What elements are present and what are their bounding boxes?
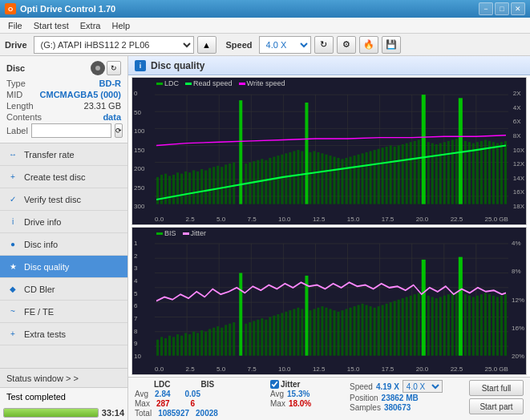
settings-button[interactable]: ⚙ xyxy=(337,36,356,54)
nav-transfer-rate[interactable]: ↔ Transfer rate xyxy=(0,143,127,166)
stats-headers: LDC BIS xyxy=(135,380,247,389)
disc-contents-key: Contents xyxy=(6,112,42,122)
refresh-button[interactable]: ↻ xyxy=(314,36,334,54)
nav-items: ↔ Transfer rate + Create test disc ✓ Ver… xyxy=(0,143,127,368)
svg-rect-96 xyxy=(476,142,479,204)
maximize-button[interactable]: □ xyxy=(495,2,509,15)
nav-drive-info-label: Drive info xyxy=(24,217,61,227)
disc-info-icon: ● xyxy=(6,238,19,251)
jitter-legend-label: Jitter xyxy=(191,229,207,237)
svg-rect-148 xyxy=(261,318,263,356)
svg-rect-136 xyxy=(208,329,211,355)
svg-rect-178 xyxy=(382,305,384,355)
svg-rect-167 xyxy=(338,312,340,356)
svg-rect-29 xyxy=(200,169,203,204)
legend-read-speed: Read speed xyxy=(185,79,233,87)
nav-disc-info[interactable]: ● Disc info xyxy=(0,233,127,256)
disc-quality-title: Disc quality xyxy=(151,60,204,71)
svg-rect-124 xyxy=(160,337,163,355)
save-button[interactable]: 💾 xyxy=(382,36,401,54)
svg-rect-132 xyxy=(192,332,195,356)
svg-rect-49 xyxy=(285,153,287,204)
svg-rect-61 xyxy=(334,157,336,204)
svg-rect-129 xyxy=(180,336,183,356)
legend-write-speed: Write speed xyxy=(239,79,285,87)
speed-select[interactable]: 4.0 X xyxy=(259,36,311,54)
minimize-button[interactable]: − xyxy=(479,2,493,15)
nav-disc-quality[interactable]: ★ Disc quality xyxy=(0,256,127,278)
svg-rect-181 xyxy=(394,301,396,356)
svg-rect-77 xyxy=(398,145,400,204)
disc-label-refresh[interactable]: ⟳ xyxy=(115,123,123,138)
menu-start-test[interactable]: Start test xyxy=(29,19,74,32)
status-window-label: Status window > > xyxy=(6,374,79,383)
svg-rect-32 xyxy=(212,167,215,204)
svg-rect-173 xyxy=(362,304,364,356)
svg-rect-189 xyxy=(427,296,430,356)
nav-drive-info[interactable]: i Drive info xyxy=(0,211,127,233)
position-label: Position xyxy=(350,394,378,402)
speed-dropdown[interactable]: 4.0 X xyxy=(403,380,443,393)
status-completed-text: Test completed xyxy=(6,392,66,402)
disc-quality-panel-icon: i xyxy=(135,60,146,71)
status-window-button[interactable]: Status window > > xyxy=(0,369,127,388)
speed-label: Speed xyxy=(226,40,253,50)
svg-rect-57 xyxy=(317,152,319,204)
svg-rect-50 xyxy=(289,152,291,204)
svg-rect-133 xyxy=(196,333,199,355)
svg-rect-197 xyxy=(455,292,458,356)
app-icon: O xyxy=(5,3,16,14)
avg-bis-val: 0.05 xyxy=(185,390,200,398)
nav-cd-bler[interactable]: ◆ CD Bler xyxy=(0,278,127,301)
progress-bar-container xyxy=(3,408,99,418)
start-part-button[interactable]: Start part xyxy=(469,398,524,414)
position-row: Position 23862 MB xyxy=(350,394,446,402)
disc-refresh-button[interactable]: ↻ xyxy=(107,61,121,75)
title-bar-left: O Opti Drive Control 1.70 xyxy=(5,3,115,14)
max-bis-val: 6 xyxy=(191,399,196,408)
nav-extra-tests[interactable]: + Extra tests xyxy=(0,323,127,345)
app-title: Opti Drive Control 1.70 xyxy=(20,4,115,14)
svg-rect-83 xyxy=(418,139,420,204)
svg-rect-75 xyxy=(390,145,392,204)
menu-file[interactable]: File xyxy=(3,19,27,32)
close-button[interactable]: ✕ xyxy=(511,2,525,15)
jitter-legend-dot xyxy=(183,232,189,235)
svg-rect-37 xyxy=(233,163,235,204)
svg-rect-78 xyxy=(402,144,404,204)
nav-verify-test-disc[interactable]: ✓ Verify test disc xyxy=(0,188,127,211)
menu-extra[interactable]: Extra xyxy=(75,19,106,32)
svg-rect-143 xyxy=(239,273,242,356)
svg-rect-68 xyxy=(362,153,364,204)
burn-button[interactable]: 🔥 xyxy=(359,36,378,54)
jitter-checkbox[interactable] xyxy=(270,380,279,389)
start-full-button[interactable]: Start full xyxy=(469,380,524,396)
nav-create-test-disc[interactable]: + Create test disc xyxy=(0,166,127,188)
jitter-avg-val: 15.3% xyxy=(287,390,310,398)
svg-rect-46 xyxy=(273,157,275,204)
svg-rect-141 xyxy=(229,324,231,356)
svg-rect-140 xyxy=(225,325,227,355)
read-speed-legend-label: Read speed xyxy=(193,79,233,87)
svg-rect-63 xyxy=(342,159,344,204)
menu-help[interactable]: Help xyxy=(107,19,135,32)
svg-rect-207 xyxy=(500,296,503,356)
nav-fe-te[interactable]: ~ FE / TE xyxy=(0,301,127,323)
drive-select[interactable]: (G:) ATAPI iHBS112 2 PL06 xyxy=(34,36,194,54)
eject-button[interactable]: ▲ xyxy=(197,36,216,54)
svg-rect-90 xyxy=(451,139,454,204)
jitter-avg-row: Avg 15.3% xyxy=(270,390,326,398)
action-buttons: Start full Start part xyxy=(469,380,524,414)
window-controls: − □ ✕ xyxy=(479,2,525,15)
svg-rect-73 xyxy=(382,147,384,204)
total-key: Total xyxy=(135,409,152,418)
svg-rect-74 xyxy=(386,147,388,204)
max-ldc-val: 287 xyxy=(156,399,170,408)
svg-rect-190 xyxy=(431,297,434,356)
disc-quality-icon: ★ xyxy=(6,260,19,273)
disc-label-input[interactable] xyxy=(31,123,111,138)
svg-rect-130 xyxy=(184,333,187,355)
svg-rect-187 xyxy=(422,260,426,356)
speed-stat-label: Speed xyxy=(350,382,373,391)
svg-rect-79 xyxy=(406,143,408,204)
